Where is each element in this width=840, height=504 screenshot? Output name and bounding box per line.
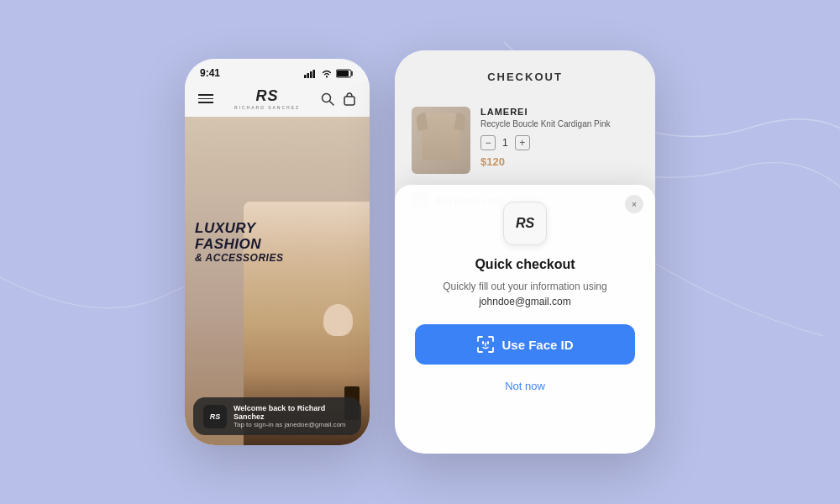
item-brand: LAMEREI xyxy=(480,107,638,117)
qty-value: 1 xyxy=(502,137,508,149)
person-head xyxy=(323,304,353,336)
quick-checkout-modal: × RS Quick checkout Quickly fill out you… xyxy=(395,185,655,454)
svg-rect-8 xyxy=(344,97,354,105)
toast-title: Welcome back to Richard Sanchez xyxy=(234,404,351,421)
hero-line3: & ACCESSORIES xyxy=(195,252,283,264)
toast-notification[interactable]: RS Welcome back to Richard Sanchez Tap t… xyxy=(193,397,361,435)
time-display: 9:41 xyxy=(200,67,220,79)
item-details: LAMEREI Recycle Boucle Knit Cardigan Pin… xyxy=(480,107,638,168)
nav-icons xyxy=(321,92,356,106)
svg-line-7 xyxy=(330,101,334,105)
qty-decrease-button[interactable]: − xyxy=(480,135,496,150)
checkout-header: CHECKOUT xyxy=(395,50,655,97)
qty-increase-button[interactable]: + xyxy=(515,135,530,150)
checkout-item: LAMEREI Recycle Boucle Knit Cardigan Pin… xyxy=(395,97,655,184)
left-phone: 9:41 xyxy=(185,59,370,445)
brand-sub: RICHARD SANCHEZ xyxy=(234,105,300,110)
face-id-button[interactable]: Use Face ID xyxy=(415,324,635,365)
brand-logo: RS xyxy=(255,87,278,104)
item-price: $120 xyxy=(480,155,638,168)
item-name: Recycle Boucle Knit Cardigan Pink xyxy=(480,119,638,129)
svg-rect-0 xyxy=(304,75,307,78)
item-qty-row: − 1 + xyxy=(480,135,638,150)
svg-rect-1 xyxy=(307,73,310,78)
search-icon[interactable] xyxy=(321,92,334,106)
not-now-button[interactable]: Not now xyxy=(495,376,555,396)
right-phone: CHECKOUT LAMEREI Recycle Boucle Knit Car… xyxy=(395,50,655,454)
modal-email: johndoe@gmail.com xyxy=(479,296,571,307)
svg-rect-3 xyxy=(313,70,316,78)
item-image xyxy=(412,107,470,174)
modal-app-icon: RS xyxy=(503,202,547,245)
hero-line1: LUXURY xyxy=(195,219,283,236)
signal-icon xyxy=(304,69,318,78)
toast-text: Welcome back to Richard Sanchez Tap to s… xyxy=(234,404,351,428)
face-id-icon xyxy=(476,335,495,354)
modal-title: Quick checkout xyxy=(475,257,575,272)
svg-rect-2 xyxy=(310,71,312,78)
modal-close-button[interactable]: × xyxy=(625,195,643,213)
hamburger-icon[interactable] xyxy=(198,94,213,103)
phone-nav: RS RICHARD SANCHEZ xyxy=(185,82,370,117)
modal-app-logo: RS xyxy=(516,216,534,231)
face-id-svg xyxy=(476,335,495,354)
battery-icon xyxy=(336,69,354,78)
svg-rect-5 xyxy=(337,71,349,76)
brand-logo-container: RS RICHARD SANCHEZ xyxy=(234,87,300,110)
toast-subtitle: Tap to sign-in as janedoe@gmail.com xyxy=(234,421,351,428)
modal-description: Quickly fill out your information using … xyxy=(443,279,606,309)
status-bar: 9:41 xyxy=(185,59,370,82)
bag-icon[interactable] xyxy=(343,92,356,106)
status-icons xyxy=(304,69,354,78)
hero-section: LUXURY FASHION & ACCESSORIES RS Welcome … xyxy=(185,117,370,445)
wifi-icon xyxy=(321,69,333,78)
hero-text: LUXURY FASHION & ACCESSORIES xyxy=(195,219,283,264)
hero-line2: FASHION xyxy=(195,236,283,253)
toast-logo: RS xyxy=(203,405,227,428)
face-id-label: Use Face ID xyxy=(501,338,573,352)
phones-container: 9:41 xyxy=(185,50,655,454)
checkout-title: CHECKOUT xyxy=(412,71,638,83)
